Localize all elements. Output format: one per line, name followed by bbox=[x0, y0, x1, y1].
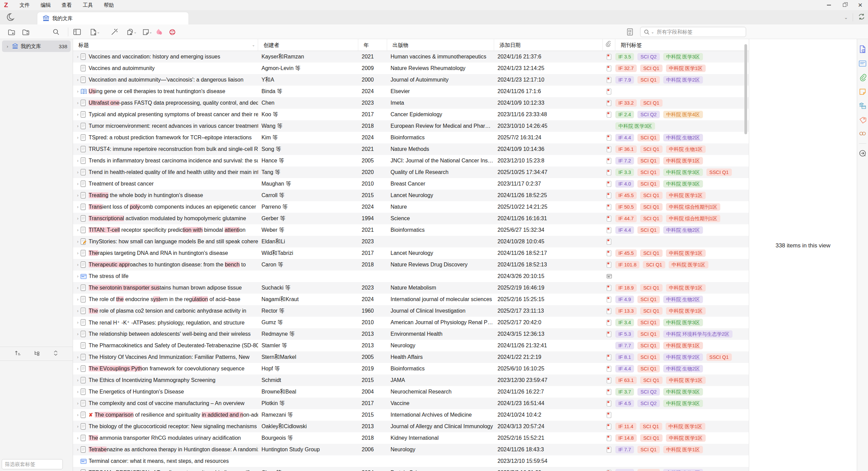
table-row[interactable]: ›Transcriptional activation modulated by… bbox=[73, 213, 749, 224]
table-row[interactable]: ›The complexity and cost of vaccine manu… bbox=[73, 398, 749, 409]
abstract-icon[interactable] bbox=[859, 60, 866, 68]
expand-chevron-icon[interactable]: › bbox=[75, 274, 80, 279]
expand-chevron-icon[interactable]: › bbox=[75, 77, 80, 82]
sidebar-item-my-library[interactable]: › 我的文库 338 bbox=[2, 40, 71, 52]
table-row[interactable]: ›The ammonia transporter RhCG modulates … bbox=[73, 432, 749, 444]
libraries-collections-icon[interactable] bbox=[859, 102, 866, 111]
table-row[interactable]: ›✘The comparison of resilience and spiri… bbox=[73, 409, 749, 421]
column-header-creator[interactable]: 创建者 bbox=[258, 39, 358, 51]
table-row[interactable]: Terminal cancer: what it means, next ste… bbox=[73, 455, 749, 467]
expand-chevron-icon[interactable]: › bbox=[75, 251, 80, 256]
attachments-paperclip-icon[interactable] bbox=[859, 74, 866, 83]
expand-chevron-icon[interactable]: › bbox=[75, 378, 80, 383]
table-row[interactable]: ›The biology of the glucocorticoid recep… bbox=[73, 421, 749, 432]
table-row[interactable]: ›Tetrabenazine as antichorea therapy in … bbox=[73, 444, 749, 455]
expand-chevron-icon[interactable]: › bbox=[75, 297, 80, 302]
gpt-plugin-icon[interactable] bbox=[167, 27, 177, 37]
related-icon[interactable] bbox=[859, 131, 866, 138]
expand-chevron-icon[interactable]: › bbox=[75, 193, 80, 198]
tag-hierarchy-icon[interactable] bbox=[34, 350, 40, 357]
locate-citation-icon[interactable] bbox=[625, 27, 635, 37]
table-row[interactable]: The Pharmacokinetics and Safety of Deute… bbox=[73, 340, 749, 351]
table-row[interactable]: ›Tumor microenvironment: recent advances… bbox=[73, 120, 749, 132]
ethereal-style-plugin-icon[interactable] bbox=[155, 27, 165, 37]
info-icon[interactable] bbox=[859, 45, 866, 55]
table-row[interactable]: ›The History Of Vaccines And Immunizatio… bbox=[73, 351, 749, 363]
toggle-item-pane-icon[interactable] bbox=[72, 27, 82, 37]
expand-chevron-icon[interactable]: › bbox=[75, 147, 80, 152]
sort-tags-icon[interactable] bbox=[15, 350, 21, 357]
table-row[interactable]: ›The EVcouplings Python framework for co… bbox=[73, 363, 749, 374]
table-row[interactable]: ›The Energetics of Huntington's DiseaseB… bbox=[73, 386, 749, 398]
expand-chevron-icon[interactable]: › bbox=[75, 355, 80, 360]
expand-chevron-icon[interactable]: › bbox=[75, 413, 80, 417]
add-attachment-button[interactable]: ⌄ bbox=[124, 27, 139, 37]
notes-icon[interactable] bbox=[859, 88, 866, 97]
dark-mode-moon-icon[interactable] bbox=[7, 13, 15, 23]
expand-chevron-icon[interactable]: › bbox=[75, 332, 80, 336]
table-row[interactable]: ›The stress of life2024/3/26 20:10:15 bbox=[73, 271, 749, 282]
expand-chevron-icon[interactable]: › bbox=[75, 366, 80, 371]
table-row[interactable]: Vaccines and autoimmunityAgmon-Levin 等20… bbox=[73, 63, 749, 74]
table-row[interactable]: ›Typical and atypical presenting symptom… bbox=[73, 109, 749, 120]
table-row[interactable]: ›Therapeutic approaches to huntington di… bbox=[73, 259, 749, 271]
column-header-journal-tags[interactable]: 期刊标签 bbox=[615, 39, 745, 51]
table-row[interactable]: ›Vaccines and vaccination: history and e… bbox=[73, 51, 749, 63]
new-note-button[interactable]: ⌄ bbox=[140, 27, 155, 37]
expand-chevron-icon[interactable]: › bbox=[75, 101, 80, 105]
table-row[interactable]: ›TSpred: a robust prediction framework f… bbox=[73, 132, 749, 143]
table-row[interactable]: ›Transient loss of polycomb components i… bbox=[73, 201, 749, 213]
expand-chevron-icon[interactable]: › bbox=[75, 424, 80, 429]
table-row[interactable]: ›The role of the endocrine system in the… bbox=[73, 294, 749, 305]
expand-chevron-icon[interactable]: › bbox=[75, 309, 80, 313]
table-row[interactable]: ›Treatment of breast cancerMaughan 等2010… bbox=[73, 178, 749, 190]
table-row[interactable]: ›Trends in inflammatory breast carcinoma… bbox=[73, 155, 749, 167]
items-scrollbar[interactable] bbox=[744, 44, 747, 134]
table-row[interactable]: ›Therapies targeting DNA and RNA in hunt… bbox=[73, 247, 749, 259]
expand-chevron-icon[interactable]: › bbox=[75, 205, 80, 209]
sync-icon[interactable] bbox=[858, 13, 865, 22]
table-row[interactable]: ›The renal H⁺ -K⁺ -ATPases: physiology, … bbox=[73, 317, 749, 328]
expand-chevron-icon[interactable]: › bbox=[75, 158, 80, 163]
expand-chevron-icon[interactable]: › bbox=[75, 389, 80, 394]
expand-chevron-icon[interactable]: › bbox=[75, 54, 80, 59]
table-row[interactable]: ›The role of plasma co2 tension and carb… bbox=[73, 305, 749, 317]
expand-chevron-icon[interactable]: › bbox=[75, 239, 80, 244]
table-row[interactable]: ›Trend in health-related quality of life… bbox=[73, 167, 749, 178]
expand-chevron-icon[interactable]: › bbox=[75, 262, 80, 267]
column-header-title[interactable]: 标题⌄ bbox=[73, 39, 258, 51]
expand-chevron-icon[interactable]: › bbox=[75, 285, 80, 290]
expand-chevron-icon[interactable]: › bbox=[75, 436, 80, 440]
expand-chevron-icon[interactable]: › bbox=[75, 112, 80, 117]
column-header-year[interactable]: 年 bbox=[358, 39, 387, 51]
column-header-publication[interactable]: 出版物 bbox=[387, 39, 494, 51]
table-row[interactable]: ›TRUST4: immune repertoire reconstructio… bbox=[73, 143, 749, 155]
new-item-button[interactable]: ⌄ bbox=[88, 27, 103, 37]
table-row[interactable]: ›Treating the whole body in huntington's… bbox=[73, 190, 749, 201]
expand-chevron-icon[interactable]: › bbox=[75, 170, 80, 175]
new-collection-icon[interactable] bbox=[7, 27, 17, 37]
menu-help[interactable]: 帮助 bbox=[98, 0, 120, 10]
table-row[interactable]: ›Vaccination and autoimmunity—'vaccinosi… bbox=[73, 74, 749, 86]
expand-chevron-icon[interactable]: › bbox=[75, 89, 80, 94]
expand-chevron-icon[interactable]: › bbox=[75, 228, 80, 232]
library-expand-chevron-icon[interactable]: › bbox=[5, 44, 10, 49]
table-row[interactable]: ›TEPCAM : PREDICTION of T -cell receptor… bbox=[73, 467, 749, 471]
column-header-attachment[interactable] bbox=[603, 39, 615, 51]
expand-chevron-icon[interactable]: › bbox=[75, 320, 80, 325]
expand-chevron-icon[interactable]: › bbox=[75, 135, 80, 140]
expand-chevron-icon[interactable]: › bbox=[75, 447, 80, 452]
table-row[interactable]: ›The Ethics of Incentivizing Mammography… bbox=[73, 374, 749, 386]
expand-chevron-icon[interactable]: › bbox=[75, 124, 80, 128]
table-row[interactable]: ›The relationship between adolescents' w… bbox=[73, 328, 749, 340]
tags-icon[interactable] bbox=[859, 117, 866, 125]
table-row[interactable]: ›TITAN: T-cell receptor specificity pred… bbox=[73, 224, 749, 236]
tag-filter-input[interactable]: 筛选嵌套标签 bbox=[2, 459, 63, 469]
expand-chevron-icon[interactable]: › bbox=[75, 401, 80, 406]
search-input[interactable]: ⌄ 所有字段和标签 bbox=[640, 27, 746, 37]
table-row[interactable]: ›Ultrafast one-pass FASTQ data preproces… bbox=[73, 97, 749, 109]
add-by-identifier-wand-icon[interactable] bbox=[109, 27, 120, 37]
collapse-tags-icon[interactable] bbox=[53, 350, 58, 357]
table-row[interactable]: ›TinyStories: how small can language mod… bbox=[73, 236, 749, 247]
table-row[interactable]: ›Using gene or cell therapies to treat h… bbox=[73, 86, 749, 97]
